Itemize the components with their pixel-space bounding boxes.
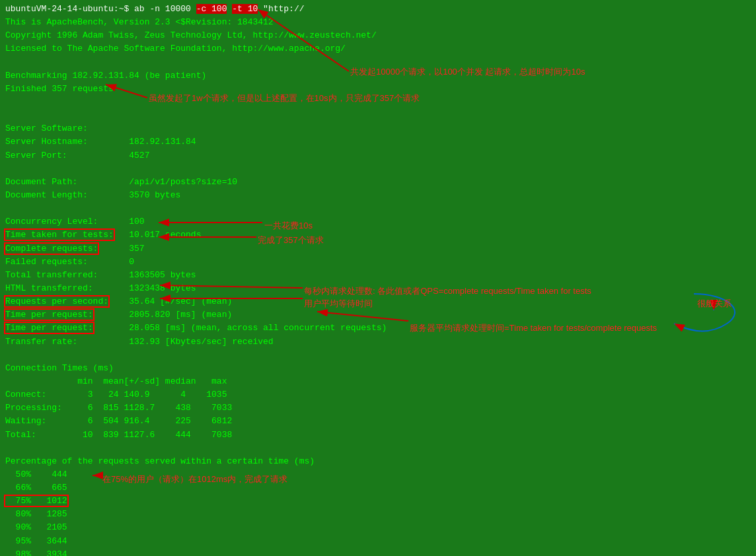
blank-line [5, 96, 751, 109]
terminal-line-pct90: 90% 2105 [5, 521, 751, 534]
terminal-line-total_transferred: Total transferred: 1363505 bytes [5, 269, 751, 282]
terminal-line-total: Total: 10 839 1127.6 444 7038 [5, 429, 751, 442]
terminal-line-copyright2: Licensed to The Apache Software Foundati… [5, 42, 751, 55]
terminal-line-connect: Connect: 3 24 140.9 4 1035 [5, 388, 751, 401]
terminal-line-failed_req: Failed requests: 0 [5, 256, 751, 269]
terminal-line-server_hostname: Server Hostname: 182.92.131.84 [5, 135, 751, 149]
terminal: ubuntuVM-24-14-ubuntu:~$ ab -n 10000 -c … [0, 0, 756, 556]
terminal-line-pct80: 80% 1285 [5, 508, 751, 521]
blank-line [5, 202, 751, 215]
terminal-line-waiting: Waiting: 6 504 916.4 225 6812 [5, 415, 751, 428]
terminal-line-pct95: 95% 3644 [5, 535, 751, 548]
terminal-line-processing: Processing: 6 815 1128.7 438 7033 [5, 401, 751, 415]
terminal-line-pct50: 50% 444 [5, 468, 751, 481]
terminal-line-doc_length: Document Length: 3570 bytes [5, 189, 751, 202]
terminal-line-copyright1: Copyright 1996 Adam Twiss, Zeus Technolo… [5, 29, 751, 42]
terminal-line-time_per_req2: Time per request: 28.058 [ms] (mean, acr… [5, 322, 751, 335]
terminal-line-conn_times_header: Connection Times (ms) [5, 362, 751, 375]
terminal-line-conn_times_cols: min mean[+/-sd] median max [5, 375, 751, 388]
terminal-line-pct66: 66% 665 [5, 481, 751, 495]
terminal-line-server_software: Server Software: [5, 122, 751, 135]
terminal-line-time_per_req1: Time per request: 2805.820 [ms] (mean) [5, 308, 751, 322]
terminal-line-finished: Finished 357 requests [5, 83, 751, 96]
terminal-line-pct75: 75% 1012 [5, 495, 751, 508]
terminal-line-concurrency: Concurrency Level: 100 [5, 215, 751, 228]
blank-line [5, 349, 751, 362]
terminal-line-req_per_sec: Requests per second: 35.64 [#/sec] (mean… [5, 295, 751, 308]
terminal-line-server_port: Server Port: 4527 [5, 149, 751, 162]
terminal-line-doc_path: Document Path: /api/v1/posts?size=10 [5, 176, 751, 189]
terminal-line-benchmarking: Benchmarking 182.92.131.84 (be patient) [5, 69, 751, 83]
terminal-line-transfer_rate: Transfer rate: 132.93 [Kbytes/sec] recei… [5, 335, 751, 349]
blank-line [5, 442, 751, 455]
terminal-line-cmd: ubuntuVM-24-14-ubuntu:~$ ab -n 10000 -c … [5, 3, 751, 16]
terminal-line-html_transferred: HTML transferred: 1323438 bytes [5, 282, 751, 295]
terminal-line-pct_header: Percentage of the requests served within… [5, 455, 751, 468]
blank-line [5, 162, 751, 176]
blank-line [5, 56, 751, 69]
blank-line [5, 109, 751, 122]
terminal-line-version: This is ApacheBench, Version 2.3 <$Revis… [5, 16, 751, 29]
terminal-line-time_taken: Time taken for tests: 10.017 seconds [5, 228, 751, 242]
terminal-line-complete_req: Complete requests: 357 [5, 242, 751, 256]
terminal-line-pct98: 98% 3934 [5, 548, 751, 556]
